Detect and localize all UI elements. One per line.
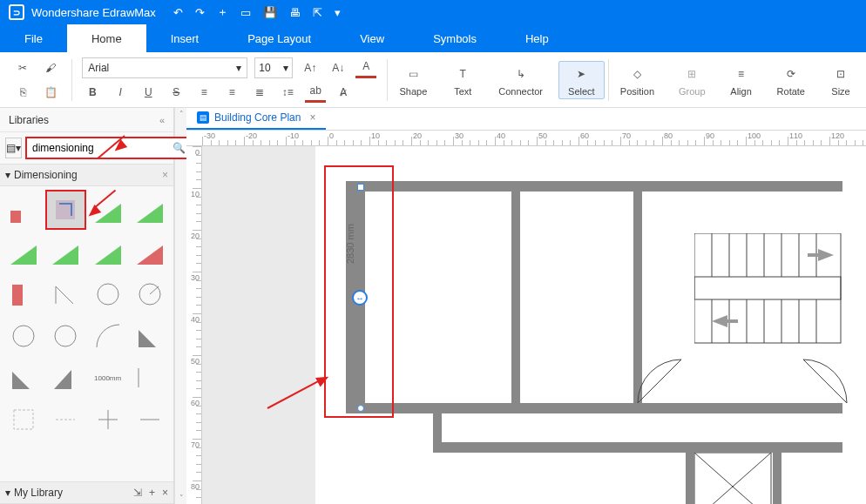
connector-tool[interactable]: ↳ Connector [490,62,551,98]
redo-icon[interactable]: ↷ [195,6,205,19]
menu-insert[interactable]: Insert [146,24,224,52]
menu-home[interactable]: Home [67,24,146,52]
svg-line-24 [803,360,847,403]
format-painter-icon[interactable]: 🖌 [40,57,61,78]
ruler-label: 50 [538,131,547,140]
dimension-shape[interactable] [3,232,44,272]
ruler-label: 100 [748,131,761,140]
align-center-icon[interactable]: ≡ [221,82,242,103]
my-library-header[interactable]: ▾My Library ⇲ + × [0,481,173,504]
dimension-shape[interactable] [88,274,128,314]
dimension-shape[interactable] [45,358,85,398]
open-icon[interactable]: ▭ [240,6,251,19]
more-icon[interactable]: ▾ [335,6,341,19]
increase-font-icon[interactable]: A↑ [300,57,321,78]
text-tool[interactable]: T Text [443,62,483,98]
shape-icon: ▭ [403,64,423,84]
library-section-header[interactable]: ▾Dimensioning × [0,164,173,186]
ruler-label: 80 [664,131,673,140]
rotate-tool[interactable]: ⟳ Rotate [768,62,814,98]
dimension-shape[interactable] [3,316,44,356]
canvas-row: 0102030405060708090 [186,146,866,504]
dimension-shape[interactable] [3,358,44,398]
italic-icon[interactable]: I [110,82,131,103]
size-icon: ⊡ [830,64,851,84]
library-picker-icon[interactable]: ▤▾ [5,138,22,158]
dimension-shape[interactable] [45,316,85,356]
copy-icon[interactable]: ⎘ [12,82,33,103]
font-size-select[interactable]: 10▾ [254,57,293,78]
menu-symbols[interactable]: Symbols [409,24,501,52]
dimension-shape[interactable] [3,400,44,440]
menu-file[interactable]: File [0,24,67,52]
strike-icon[interactable]: S [166,82,186,103]
menu-view[interactable]: View [335,24,409,52]
shape-tool[interactable]: ▭ Shape [390,62,436,98]
ruler-label: 120 [831,131,844,140]
resize-handle-bottom[interactable] [357,405,364,412]
menu-help[interactable]: Help [501,24,573,52]
menu-bar: File Home Insert Page Layout View Symbol… [0,24,866,52]
dimension-shape[interactable] [130,190,170,230]
dimension-shape[interactable]: 1000mm [88,358,128,398]
font-family-select[interactable]: Arial▾ [82,57,247,78]
highlight-icon[interactable]: ab [305,82,326,103]
document-tabs: ▤ Building Core Plan × [186,108,866,131]
bullets-icon[interactable]: ≣ [249,82,270,103]
dimension-shape[interactable] [130,232,170,272]
library-search-input[interactable] [27,142,168,154]
dimension-shape[interactable] [45,274,85,314]
scroll-down-icon[interactable]: ˅ [175,492,187,504]
align-left-icon[interactable]: ≡ [193,82,214,103]
move-handle-icon[interactable]: ↔ [352,290,368,306]
export-icon[interactable]: ⇱ [313,6,322,19]
align-tool[interactable]: ≡ Align [721,62,761,98]
print-icon[interactable]: 🖶 [289,6,301,19]
dimension-shape[interactable] [3,190,44,230]
decrease-font-icon[interactable]: A↓ [328,57,348,78]
add-library-icon[interactable]: + [149,487,155,499]
save-icon[interactable]: 💾 [263,6,277,19]
document-tab[interactable]: ▤ Building Core Plan × [186,107,326,130]
close-section-icon[interactable]: × [162,169,168,181]
ruler-label: -20 [246,131,257,140]
dimension-shape[interactable] [130,274,170,314]
dimension-shape[interactable] [3,274,44,314]
size-tool[interactable]: ⊡ Size [821,62,861,98]
dimension-shape[interactable] [45,232,85,272]
dimension-shape[interactable] [88,232,128,272]
new-icon[interactable]: ＋ [217,4,228,20]
dimension-shape[interactable] [88,400,128,440]
collapse-sidebar-icon[interactable]: « [159,115,165,125]
vertical-ruler: 0102030405060708090 [186,146,202,504]
font-color-icon[interactable]: A [355,57,376,78]
resize-handle-top[interactable] [357,184,364,191]
dimension-shape[interactable] [45,400,85,440]
close-tab-icon[interactable]: × [309,111,315,124]
dimension-shape[interactable] [130,316,170,356]
line-spacing-icon[interactable]: ↕≡ [277,82,298,103]
select-tool[interactable]: ➤ Select [558,61,605,99]
position-tool[interactable]: ◇ Position [612,62,663,98]
menu-page-layout[interactable]: Page Layout [223,24,335,52]
dimension-shape[interactable] [130,358,170,398]
dimension-object[interactable]: ↔ [355,185,367,411]
scroll-up-icon[interactable]: ˄ [175,108,187,120]
cut-icon[interactable]: ✂ [12,57,33,78]
close-library-icon[interactable]: × [162,487,168,499]
undo-icon[interactable]: ↶ [173,6,183,19]
paste-icon[interactable]: 📋 [40,82,61,103]
drawing-canvas[interactable]: ↔ 2830 mm [202,146,866,504]
group-tool[interactable]: ⊞ Group [670,62,714,98]
sidebar-title: Libraries [9,114,49,126]
dimension-shape-selected[interactable] [45,190,85,230]
svg-rect-8 [12,285,23,306]
ruler-label: 110 [789,131,802,140]
svg-rect-26 [694,277,841,299]
dimension-shape[interactable] [88,316,128,356]
import-library-icon[interactable]: ⇲ [133,487,142,499]
dimension-shape[interactable] [130,400,170,440]
underline-icon[interactable]: U [138,82,159,103]
bold-icon[interactable]: B [82,82,103,103]
clear-format-icon[interactable]: A̷ [333,82,354,103]
